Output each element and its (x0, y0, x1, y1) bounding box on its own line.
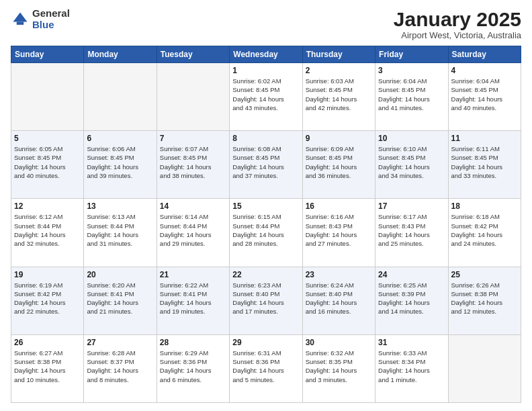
page: General Blue January 2025 Airport West, … (0, 0, 532, 411)
day-info: Sunrise: 6:26 AM Sunset: 8:38 PM Dayligh… (451, 281, 518, 316)
calendar-cell: 18Sunrise: 6:18 AM Sunset: 8:42 PM Dayli… (448, 199, 521, 267)
calendar-cell (11, 63, 84, 131)
logo: General Blue (11, 8, 70, 30)
week-row-2: 5Sunrise: 6:05 AM Sunset: 8:45 PM Daylig… (11, 131, 521, 199)
header-sunday: Sunday (11, 46, 84, 63)
day-info: Sunrise: 6:04 AM Sunset: 8:45 PM Dayligh… (451, 77, 518, 112)
calendar-cell: 14Sunrise: 6:14 AM Sunset: 8:44 PM Dayli… (157, 199, 229, 267)
day-info: Sunrise: 6:27 AM Sunset: 8:38 PM Dayligh… (14, 349, 81, 384)
day-number: 17 (378, 201, 445, 211)
day-info: Sunrise: 6:29 AM Sunset: 8:36 PM Dayligh… (160, 349, 226, 384)
day-info: Sunrise: 6:32 AM Sunset: 8:35 PM Dayligh… (306, 349, 372, 384)
day-info: Sunrise: 6:12 AM Sunset: 8:44 PM Dayligh… (14, 212, 81, 248)
week-row-3: 12Sunrise: 6:12 AM Sunset: 8:44 PM Dayli… (11, 199, 521, 267)
svg-rect-1 (17, 21, 24, 24)
day-number: 9 (306, 134, 372, 143)
day-number: 26 (14, 338, 81, 347)
day-number: 30 (306, 338, 372, 347)
day-info: Sunrise: 6:05 AM Sunset: 8:45 PM Dayligh… (14, 144, 81, 180)
day-number: 31 (378, 338, 445, 347)
day-info: Sunrise: 6:02 AM Sunset: 8:45 PM Dayligh… (232, 77, 299, 112)
day-number: 16 (306, 201, 372, 211)
day-info: Sunrise: 6:17 AM Sunset: 8:43 PM Dayligh… (378, 212, 445, 248)
location-subtitle: Airport West, Victoria, Australia (394, 30, 521, 40)
day-info: Sunrise: 6:13 AM Sunset: 8:44 PM Dayligh… (87, 212, 153, 248)
calendar-cell: 11Sunrise: 6:11 AM Sunset: 8:45 PM Dayli… (448, 131, 521, 199)
calendar-cell: 17Sunrise: 6:17 AM Sunset: 8:43 PM Dayli… (375, 199, 448, 267)
header-wednesday: Wednesday (230, 46, 302, 63)
day-info: Sunrise: 6:23 AM Sunset: 8:40 PM Dayligh… (232, 281, 299, 316)
day-number: 25 (451, 270, 518, 279)
day-number: 7 (160, 134, 226, 143)
week-row-1: 1Sunrise: 6:02 AM Sunset: 8:45 PM Daylig… (11, 63, 521, 131)
day-number: 3 (378, 66, 445, 75)
day-number: 19 (14, 270, 81, 279)
calendar-cell: 3Sunrise: 6:04 AM Sunset: 8:45 PM Daylig… (375, 63, 448, 131)
day-number: 21 (160, 270, 226, 279)
calendar-cell: 9Sunrise: 6:09 AM Sunset: 8:45 PM Daylig… (302, 131, 375, 199)
day-number: 29 (232, 338, 299, 347)
header-thursday: Thursday (302, 46, 375, 63)
month-title: January 2025 (394, 8, 521, 30)
week-row-4: 19Sunrise: 6:19 AM Sunset: 8:42 PM Dayli… (11, 267, 521, 334)
calendar-cell: 20Sunrise: 6:20 AM Sunset: 8:41 PM Dayli… (84, 267, 157, 334)
day-info: Sunrise: 6:04 AM Sunset: 8:45 PM Dayligh… (378, 77, 445, 112)
header-monday: Monday (84, 46, 157, 63)
calendar-cell: 1Sunrise: 6:02 AM Sunset: 8:45 PM Daylig… (230, 63, 302, 131)
day-number: 4 (451, 66, 518, 75)
calendar-cell: 30Sunrise: 6:32 AM Sunset: 8:35 PM Dayli… (302, 334, 375, 402)
day-info: Sunrise: 6:22 AM Sunset: 8:41 PM Dayligh… (160, 281, 226, 316)
calendar-cell (84, 63, 157, 131)
day-info: Sunrise: 6:14 AM Sunset: 8:44 PM Dayligh… (160, 212, 226, 248)
day-number: 18 (451, 201, 518, 211)
logo-icon (11, 10, 30, 29)
logo-text: General Blue (32, 8, 70, 30)
calendar-cell: 16Sunrise: 6:16 AM Sunset: 8:43 PM Dayli… (302, 199, 375, 267)
header-friday: Friday (375, 46, 448, 63)
calendar-cell: 28Sunrise: 6:29 AM Sunset: 8:36 PM Dayli… (157, 334, 229, 402)
day-number: 6 (87, 134, 153, 143)
day-number: 20 (87, 270, 153, 279)
calendar-cell: 15Sunrise: 6:15 AM Sunset: 8:44 PM Dayli… (230, 199, 302, 267)
day-number: 15 (232, 201, 299, 211)
day-number: 12 (14, 201, 81, 211)
day-number: 8 (232, 134, 299, 143)
calendar-cell: 19Sunrise: 6:19 AM Sunset: 8:42 PM Dayli… (11, 267, 84, 334)
day-info: Sunrise: 6:06 AM Sunset: 8:45 PM Dayligh… (87, 144, 153, 180)
day-number: 28 (160, 338, 226, 347)
title-area: January 2025 Airport West, Victoria, Aus… (394, 8, 521, 40)
calendar-cell (448, 334, 521, 402)
day-number: 24 (378, 270, 445, 279)
calendar-cell: 26Sunrise: 6:27 AM Sunset: 8:38 PM Dayli… (11, 334, 84, 402)
calendar-cell: 27Sunrise: 6:28 AM Sunset: 8:37 PM Dayli… (84, 334, 157, 402)
calendar-cell: 8Sunrise: 6:08 AM Sunset: 8:45 PM Daylig… (230, 131, 302, 199)
day-number: 27 (87, 338, 153, 347)
day-info: Sunrise: 6:31 AM Sunset: 8:36 PM Dayligh… (232, 349, 299, 384)
day-info: Sunrise: 6:03 AM Sunset: 8:45 PM Dayligh… (306, 77, 372, 112)
day-info: Sunrise: 6:15 AM Sunset: 8:44 PM Dayligh… (232, 212, 299, 248)
svg-marker-0 (13, 12, 28, 21)
calendar-cell: 10Sunrise: 6:10 AM Sunset: 8:45 PM Dayli… (375, 131, 448, 199)
calendar-cell (157, 63, 229, 131)
day-info: Sunrise: 6:09 AM Sunset: 8:45 PM Dayligh… (306, 144, 372, 180)
logo-blue-text: Blue (32, 19, 70, 31)
day-number: 22 (232, 270, 299, 279)
weekday-header-row: Sunday Monday Tuesday Wednesday Thursday… (11, 46, 521, 63)
calendar-cell: 6Sunrise: 6:06 AM Sunset: 8:45 PM Daylig… (84, 131, 157, 199)
calendar-cell: 12Sunrise: 6:12 AM Sunset: 8:44 PM Dayli… (11, 199, 84, 267)
calendar-cell: 7Sunrise: 6:07 AM Sunset: 8:45 PM Daylig… (157, 131, 229, 199)
day-info: Sunrise: 6:28 AM Sunset: 8:37 PM Dayligh… (87, 349, 153, 384)
day-number: 13 (87, 201, 153, 211)
calendar-cell: 25Sunrise: 6:26 AM Sunset: 8:38 PM Dayli… (448, 267, 521, 334)
day-info: Sunrise: 6:11 AM Sunset: 8:45 PM Dayligh… (451, 144, 518, 180)
day-number: 1 (232, 66, 299, 75)
day-info: Sunrise: 6:25 AM Sunset: 8:39 PM Dayligh… (378, 281, 445, 316)
day-info: Sunrise: 6:07 AM Sunset: 8:45 PM Dayligh… (160, 144, 226, 180)
calendar-cell: 22Sunrise: 6:23 AM Sunset: 8:40 PM Dayli… (230, 267, 302, 334)
day-info: Sunrise: 6:18 AM Sunset: 8:42 PM Dayligh… (451, 212, 518, 248)
day-number: 2 (306, 66, 372, 75)
calendar-cell: 4Sunrise: 6:04 AM Sunset: 8:45 PM Daylig… (448, 63, 521, 131)
header-tuesday: Tuesday (157, 46, 229, 63)
day-number: 23 (306, 270, 372, 279)
day-info: Sunrise: 6:24 AM Sunset: 8:40 PM Dayligh… (306, 281, 372, 316)
